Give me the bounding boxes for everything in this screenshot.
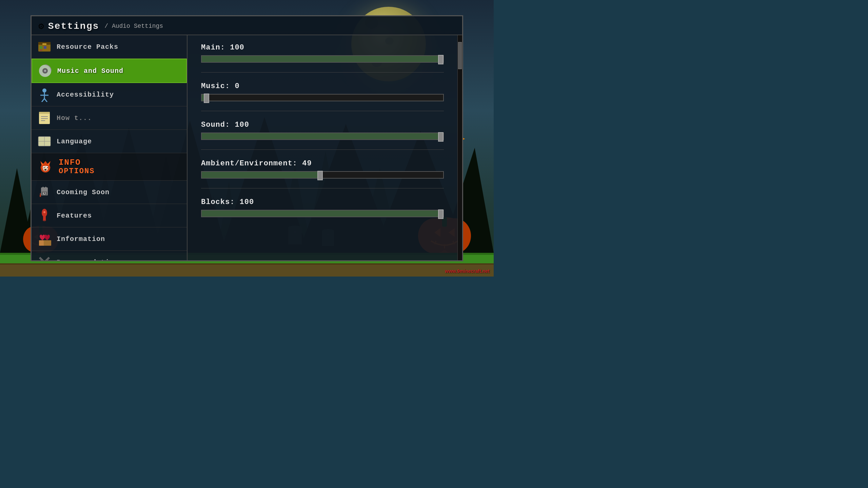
- svg-point-93: [43, 211, 45, 213]
- recommendations-icon: [37, 255, 52, 260]
- information-icon: [37, 231, 52, 246]
- svg-rect-51: [44, 46, 46, 49]
- blocks-slider-thumb[interactable]: [438, 209, 443, 219]
- dialog-body: Resource Packs Music and Sound: [32, 35, 462, 260]
- svg-rect-84: [45, 187, 46, 189]
- svg-point-79: [47, 167, 48, 168]
- svg-point-56: [42, 88, 46, 93]
- svg-rect-49: [42, 43, 46, 45]
- divider-1: [201, 72, 444, 73]
- options-label: OPTIONS: [59, 167, 95, 176]
- sidebar-item-recommendations[interactable]: Recommendations: [32, 251, 187, 260]
- features-icon: [37, 208, 52, 223]
- blocks-slider-group: Blocks: 100: [201, 198, 444, 217]
- music-slider-track[interactable]: [201, 94, 444, 101]
- music-slider-label: Music: 0: [201, 82, 444, 90]
- how-to-label: How t...: [57, 114, 92, 122]
- features-label: Features: [57, 212, 92, 220]
- sidebar-section-info-options: INFO OPTIONS: [32, 153, 187, 181]
- info-label: INFO: [59, 158, 95, 167]
- blocks-slider-fill: [202, 210, 441, 217]
- coming-soon-icon: [37, 185, 52, 200]
- ambient-slider-label: Ambient/Environment: 49: [201, 159, 444, 168]
- svg-rect-50: [40, 46, 42, 49]
- sidebar-item-resource-packs[interactable]: Resource Packs: [32, 35, 187, 59]
- sidebar-item-music-sound[interactable]: Music and Sound: [32, 59, 187, 83]
- info-options-icon: [37, 158, 54, 175]
- sidebar-item-information[interactable]: Information: [32, 227, 187, 251]
- ambient-slider-group: Ambient/Environment: 49: [201, 159, 444, 179]
- ambient-slider-track[interactable]: [201, 171, 444, 179]
- how-to-icon: [37, 110, 52, 125]
- settings-icon: ⚙️: [38, 20, 44, 32]
- music-slider-group: Music: 0: [201, 82, 444, 101]
- sound-slider-label: Sound: 100: [201, 121, 444, 129]
- dialog-subtitle: / Audio Settings: [104, 23, 163, 29]
- svg-line-59: [42, 99, 44, 102]
- ambient-slider-thumb[interactable]: [317, 171, 323, 180]
- scrollbar-thumb[interactable]: [458, 42, 462, 69]
- svg-point-55: [44, 70, 46, 72]
- music-sound-label: Music and Sound: [57, 67, 123, 75]
- sound-slider-track[interactable]: [201, 133, 444, 140]
- sound-slider-thumb[interactable]: [438, 132, 443, 142]
- information-label: Information: [57, 235, 105, 243]
- resource-packs-label: Resource Packs: [57, 43, 118, 51]
- main-slider-group: Main: 100: [201, 43, 444, 63]
- settings-dialog: ⚙️ Settings / Audio Settings: [31, 15, 463, 261]
- svg-rect-52: [40, 49, 42, 51]
- main-slider-track[interactable]: [201, 55, 444, 63]
- watermark: www.9minecraft.net: [445, 268, 490, 274]
- svg-rect-95: [44, 240, 51, 246]
- svg-point-92: [43, 219, 46, 221]
- divider-4: [201, 188, 444, 188]
- sidebar-item-accessibility[interactable]: Accessibility: [32, 83, 187, 106]
- sidebar-item-language[interactable]: Language: [32, 130, 187, 153]
- dialog-header: ⚙️ Settings / Audio Settings: [32, 16, 462, 35]
- svg-rect-88: [40, 195, 41, 197]
- svg-rect-87: [44, 194, 45, 194]
- svg-rect-62: [39, 112, 50, 114]
- sidebar: Resource Packs Music and Sound: [32, 35, 188, 260]
- sidebar-item-features[interactable]: Features: [32, 204, 187, 227]
- dialog-title: Settings: [48, 21, 99, 32]
- main-slider-label: Main: 100: [201, 43, 444, 52]
- svg-rect-86: [44, 192, 45, 194]
- sound-slider-fill: [202, 133, 441, 139]
- main-scrollbar[interactable]: [457, 35, 462, 260]
- music-sound-icon: [38, 63, 53, 78]
- sidebar-item-coming-soon[interactable]: Cooming Soon: [32, 181, 187, 204]
- recommendations-label: Recommendations: [57, 259, 123, 261]
- main-slider-fill: [202, 56, 441, 62]
- language-icon: [37, 134, 52, 149]
- divider-3: [201, 149, 444, 150]
- blocks-slider-label: Blocks: 100: [201, 198, 444, 206]
- accessibility-label: Accessibility: [57, 91, 114, 99]
- main-slider-thumb[interactable]: [438, 55, 443, 64]
- accessibility-icon: [37, 87, 52, 102]
- ambient-slider-fill: [202, 172, 320, 178]
- sidebar-item-how-to[interactable]: How t...: [32, 106, 187, 130]
- svg-point-78: [44, 167, 45, 168]
- audio-settings-content: Main: 100 Music: 0 Sound: 100: [188, 35, 457, 260]
- language-label: Language: [57, 138, 92, 145]
- blocks-slider-track[interactable]: [201, 210, 444, 217]
- sound-slider-group: Sound: 100: [201, 121, 444, 140]
- music-slider-thumb[interactable]: [204, 94, 209, 103]
- svg-rect-83: [42, 187, 44, 189]
- svg-point-80: [44, 169, 46, 170]
- svg-line-60: [44, 99, 47, 102]
- resource-packs-icon: [37, 39, 52, 54]
- divider-2: [201, 111, 444, 111]
- coming-soon-label: Cooming Soon: [57, 188, 110, 196]
- info-options-labels: INFO OPTIONS: [59, 158, 95, 176]
